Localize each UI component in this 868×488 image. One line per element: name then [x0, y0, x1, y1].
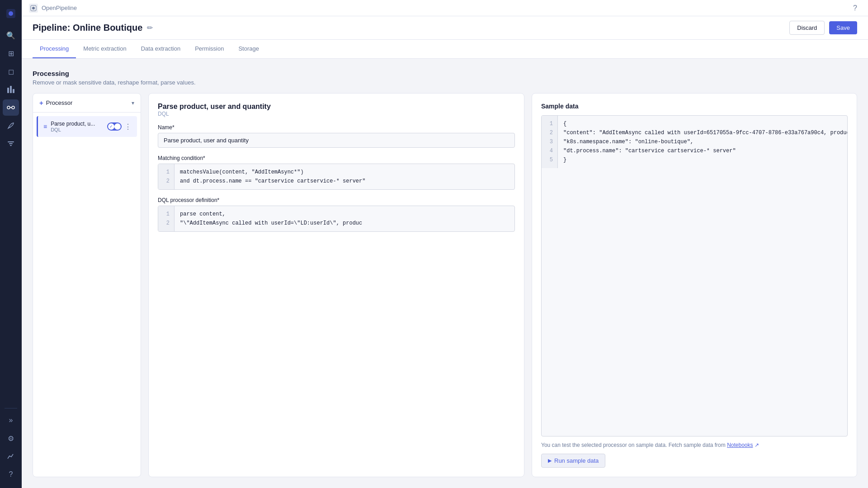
name-input[interactable]: [158, 133, 515, 148]
topbar: Pipeline: Online Boutique ✏ Discard Save: [22, 16, 868, 40]
section-title: Processing: [33, 70, 857, 77]
processor-item-type: DQL: [51, 127, 104, 132]
line-num-2: 2: [163, 177, 170, 186]
matching-code-line-1: matchesValue(content, "AddItemAsync*"): [180, 168, 509, 177]
processor-header-label: Processor: [46, 99, 73, 106]
processor-item-actions: ✓ ⋮: [107, 122, 132, 131]
line-num-1: 1: [163, 168, 170, 177]
content-row: + Processor ▾ ≡ Parse product, u... DQL: [33, 93, 857, 477]
sample-data-title: Sample data: [541, 103, 848, 110]
leaf-icon[interactable]: [3, 117, 19, 134]
svg-rect-3: [10, 86, 12, 93]
matching-label: Matching condition*: [158, 155, 515, 161]
sample-footer: You can test the selected processor on s…: [541, 442, 848, 448]
filter-icon[interactable]: [3, 136, 19, 152]
dql-code-line-2: "\"AddItemAsync called with userId=\"LD:…: [180, 219, 509, 228]
section-description: Remove or mask sensitive data, reshape f…: [33, 79, 857, 86]
app-name: OpenPipeline: [29, 4, 77, 13]
matching-code-line-2: and dt.process.name == "cartservice cart…: [180, 177, 509, 186]
discard-button[interactable]: Discard: [789, 21, 825, 35]
svg-rect-2: [7, 88, 9, 93]
run-label: Run sample data: [554, 457, 599, 464]
tab-processing[interactable]: Processing: [33, 40, 76, 58]
sample-line-num-5: 5: [546, 155, 553, 164]
page-title: Pipeline: Online Boutique: [33, 23, 142, 33]
topbar-right: Discard Save: [789, 21, 857, 35]
matching-condition-group: Matching condition* 1 2 matchesValue(con…: [158, 155, 515, 190]
name-label: Name*: [158, 124, 515, 131]
settings-icon[interactable]: ⚙: [3, 430, 19, 446]
processor-toggle[interactable]: ✓: [107, 122, 122, 131]
sample-code-line-1: {: [563, 119, 842, 128]
app-header: OpenPipeline ?: [22, 0, 868, 16]
main-area: OpenPipeline ? Pipeline: Online Boutique…: [22, 0, 868, 488]
grid-icon[interactable]: ⊞: [3, 45, 19, 61]
edit-icon[interactable]: ✏: [147, 23, 153, 32]
sample-line-num-4: 4: [546, 146, 553, 155]
tab-data-extraction[interactable]: Data extraction: [134, 40, 188, 58]
processor-drag-icon: ≡: [43, 123, 47, 130]
sample-code-line-4: "dt.process.name": "cartservice cartserv…: [563, 146, 842, 155]
form-panel-header: Parse product, user and quantity DQL: [158, 103, 515, 117]
external-link-icon: ↗: [755, 442, 759, 448]
box-icon[interactable]: ◻: [3, 63, 19, 80]
search-icon[interactable]: 🔍: [3, 27, 19, 43]
dql-definition-editor[interactable]: 1 2 parse content, "\"AddItemAsync calle…: [158, 206, 515, 232]
sample-footer-text: You can test the selected processor on s…: [541, 442, 727, 448]
processor-item[interactable]: ≡ Parse product, u... DQL ✓ ⋮: [37, 116, 137, 137]
dql-definition-group: DQL processor definition* 1 2 parse cont…: [158, 197, 515, 232]
tab-storage[interactable]: Storage: [231, 40, 266, 58]
pipeline-icon[interactable]: [3, 99, 19, 116]
analytics-icon[interactable]: [3, 448, 19, 465]
processor-header: + Processor ▾: [33, 94, 141, 113]
sample-data-panel: Sample data 1 2 3 4 5 { "content": "Ad: [532, 93, 857, 477]
dql-label: DQL processor definition*: [158, 197, 515, 203]
play-icon: ▶: [548, 458, 552, 464]
app-logo-icon[interactable]: [3, 5, 19, 22]
tabs: Processing Metric extraction Data extrac…: [22, 40, 868, 59]
svg-point-12: [32, 7, 35, 9]
tab-permission[interactable]: Permission: [188, 40, 231, 58]
matching-condition-editor[interactable]: 1 2 matchesValue(content, "AddItemAsync*…: [158, 164, 515, 190]
tab-metric-extraction[interactable]: Metric extraction: [76, 40, 133, 58]
form-panel-subtitle: DQL: [158, 111, 515, 117]
sidebar: 🔍 ⊞ ◻ » ⚙ ?: [0, 0, 22, 488]
sample-code-line-3: "k8s.namespace.name": "online-boutique",: [563, 137, 842, 146]
content-area: Processing Remove or mask sensitive data…: [22, 59, 868, 488]
chart-icon[interactable]: [3, 81, 19, 98]
svg-rect-8: [8, 141, 14, 142]
dql-line-num-2: 2: [163, 219, 170, 228]
section-header: Processing Remove or mask sensitive data…: [33, 70, 857, 86]
chevron-down-icon[interactable]: ▾: [132, 100, 134, 106]
notebooks-link[interactable]: Notebooks: [727, 442, 753, 448]
run-sample-button[interactable]: ▶ Run sample data: [541, 454, 605, 468]
form-panel: Parse product, user and quantity DQL Nam…: [148, 93, 524, 477]
svg-rect-10: [10, 145, 12, 146]
svg-point-1: [9, 11, 13, 16]
processor-header-left: + Processor: [39, 99, 72, 107]
form-panel-title: Parse product, user and quantity: [158, 103, 515, 111]
app-logo: [29, 4, 38, 13]
name-field-group: Name*: [158, 124, 515, 148]
processor-more-icon[interactable]: ⋮: [124, 122, 132, 131]
processor-item-info: Parse product, u... DQL: [51, 121, 104, 132]
sample-line-num-3: 3: [546, 137, 553, 146]
svg-rect-9: [9, 143, 13, 144]
sample-line-num-1: 1: [546, 119, 553, 128]
sample-code-line-2: "content": "AddItemAsync called with use…: [563, 128, 842, 137]
sample-line-num-2: 2: [546, 128, 553, 137]
processor-item-name: Parse product, u...: [51, 121, 104, 127]
svg-rect-4: [13, 89, 14, 93]
expand-icon[interactable]: »: [3, 412, 19, 428]
processor-panel: + Processor ▾ ≡ Parse product, u... DQL: [33, 93, 141, 477]
topbar-left: Pipeline: Online Boutique ✏: [33, 23, 153, 33]
add-processor-icon[interactable]: +: [39, 99, 43, 107]
sample-code-line-5: }: [563, 155, 842, 164]
svg-point-5: [7, 106, 10, 109]
app-help-icon[interactable]: ?: [853, 4, 857, 12]
help-icon[interactable]: ?: [3, 466, 19, 483]
dql-code-line-1: parse content,: [180, 210, 509, 219]
svg-point-6: [12, 106, 14, 109]
sample-data-editor: 1 2 3 4 5 { "content": "AddItemAsync cal…: [541, 115, 848, 436]
save-button[interactable]: Save: [829, 21, 857, 34]
